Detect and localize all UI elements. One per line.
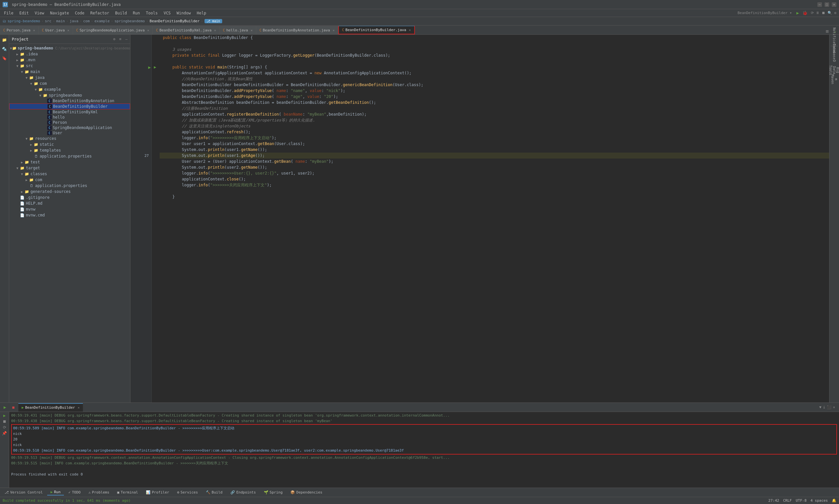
debug-button[interactable]: 🐞 [801,11,809,15]
sidebar-collapse-icon[interactable]: ≡ [119,37,122,41]
run-arrow-1[interactable]: ▶ [130,64,152,70]
run-button[interactable]: ▶ [795,11,800,15]
nav-com[interactable]: com [83,19,90,23]
run-restart-button[interactable]: ▶ [1,404,8,411]
menu-file[interactable]: File [1,10,16,16]
nav-main[interactable]: main [56,19,65,23]
tree-test[interactable]: ▶ 📁 test [9,159,130,165]
tree-beandef-builder[interactable]: C BeanDefinitionByBuilder [9,104,130,109]
tree-target-com[interactable]: ▶ 📁 com [9,177,130,183]
bottom-tab-build[interactable]: 🔨 Build [203,490,226,495]
minimize-button[interactable]: — [817,2,822,7]
tree-beandef-xml[interactable]: C BeanDefinitionByXml [9,109,130,114]
encoding[interactable]: UTF-8 [796,499,807,503]
tree-main[interactable]: ▼ 📁 main [9,69,130,75]
bottom-tab-spring[interactable]: 🌱 Spring [261,490,286,495]
tree-templates[interactable]: ▶ 📁 templates [9,147,130,153]
tree-idea[interactable]: ▶ 📁 .idea [9,51,130,57]
bottom-tab-problems[interactable]: ⚠ Problems [85,490,113,495]
tab-beandefinitionbybuilder[interactable]: C BeanDefinitionByBuilder.java ✕ [338,26,415,34]
run-stop-side-icon[interactable]: ⏹ [3,419,6,424]
project-panel-icon[interactable]: 📁 [1,36,8,44]
bottom-tab-endpoints[interactable]: 🔗 Endpoints [227,490,259,495]
menu-refactor[interactable]: Refactor [88,10,112,16]
bottom-tab-terminal[interactable]: ▣ Terminal [114,490,142,495]
nav-src[interactable]: src [45,19,51,23]
tab-hello[interactable]: C hello.java ✕ [220,26,256,34]
notification-icon[interactable]: 🔔 [832,499,836,503]
tab-beandefbyxml[interactable]: C BeanDefinitionByXml.java ✕ [153,26,220,34]
run-play-icon[interactable]: ▶ [3,413,5,418]
close-button[interactable]: ✕ [832,2,836,7]
tree-src[interactable]: ▼ 📁 src [9,63,130,69]
tree-mvnw[interactable]: 📄 mvnw [9,206,130,212]
nav-example[interactable]: example [94,19,109,23]
toolbar-icons[interactable]: ⟳ ⏸ ⏹ 🔍 ⚙ [809,11,838,15]
tab-close-springbeandemo-app[interactable]: ✕ [147,29,149,32]
tree-hello[interactable]: C hello [9,114,130,120]
run-pin-icon[interactable]: 📌 [2,431,7,435]
run-close-icon[interactable]: ✕ [833,405,835,409]
menu-code[interactable]: Code [72,10,87,16]
menu-edit[interactable]: Edit [17,10,32,16]
database-tab[interactable]: Database [830,48,839,56]
tree-example[interactable]: ▼ 📁 example [9,87,130,92]
tree-generated-sources[interactable]: ▶ 📁 generated-sources [9,188,130,195]
code-body[interactable]: public class BeanDefinitionByBuilder { 3… [158,35,829,402]
run-scroll-icon[interactable]: ⤓ [823,405,825,409]
tab-user[interactable]: C User.java ✕ [39,26,73,34]
tree-user[interactable]: C User [9,130,130,136]
menu-tools[interactable]: Tools [143,10,160,16]
nav-project[interactable]: spring-beandemo [7,19,40,23]
tree-gitignore[interactable]: 📄 .gitignore [9,195,130,200]
structure-icon[interactable]: 🔩 [1,45,8,53]
editor-content[interactable]: ▶ 27 [130,35,829,402]
tab-close-user[interactable]: ✕ [68,29,69,32]
menu-vcs[interactable]: VCS [161,10,173,16]
bottom-tab-profiler[interactable]: 📊 Profiler [143,490,172,495]
menu-window[interactable]: Window [174,10,193,16]
tree-static[interactable]: ▶ 📁 static [9,142,130,147]
line-ending[interactable]: CRLF [783,499,792,503]
big-data-tools-tab[interactable]: Big Data Tools [830,66,839,74]
tree-helpmd[interactable]: 📄 HELP.md [9,200,130,206]
indent[interactable]: 4 spaces [810,499,828,503]
tab-close-person[interactable]: ✕ [33,29,35,32]
maximize-button[interactable]: □ [825,2,829,7]
menu-build[interactable]: Build [112,10,129,16]
run-maximize-icon[interactable]: ⬛ [827,405,832,409]
tree-mvnwcmd[interactable]: 📄 mvnw.cmd [9,212,130,218]
run-tab-close[interactable]: ✕ [78,406,80,409]
tree-beandef-annotation[interactable]: C BeanDefinitionByAnnotation [9,98,130,104]
project-icon[interactable]: 🗂 [3,19,6,23]
run-filter-icon[interactable]: ▼ [819,405,822,409]
tab-person[interactable]: C Person.java ✕ [0,26,39,34]
tab-close-beandefinitionbybuilder[interactable]: ✕ [409,28,411,32]
tree-classes[interactable]: ▼ 📁 classes [9,171,130,177]
tree-mvn[interactable]: ▶ 📁 .mvn [9,57,130,63]
run-rerun-icon[interactable]: ⟳ [3,425,6,430]
tab-springbeandemo-app[interactable]: C SpringBeandemoApplication.java ✕ [73,26,153,34]
nav-java[interactable]: java [70,19,78,23]
bottom-tab-run[interactable]: ▶ Run [47,489,64,496]
tree-app-props[interactable]: 🗒 application.properties [9,153,130,159]
maven-tab[interactable]: m Maven [830,75,839,84]
run-stop-button[interactable]: ◼ [10,404,17,411]
bottom-tab-services[interactable]: ⚙ Services [174,490,201,495]
sidebar-close-icon[interactable]: — [125,37,127,41]
tree-com[interactable]: ▼ 📁 com [9,80,130,87]
nav-springbeandemo[interactable]: springbeandemo [115,19,145,23]
bottom-tab-version-control[interactable]: ⎇ Version Control [1,490,46,495]
run-tab-beandefinitionbybuilder[interactable]: ▶ BeanDefinitionByBuilder ✕ [18,403,83,412]
tab-close-beandefbyxml[interactable]: ✕ [214,29,216,32]
notifications-tab[interactable]: Notifications [830,36,839,44]
tab-beandefinitionbyannotation[interactable]: C BeanDefinitionByAnnotation.java ✕ [256,26,338,34]
menu-help[interactable]: Help [194,10,209,16]
tree-resources[interactable]: ▼ 📁 resources [9,136,130,142]
menu-navigate[interactable]: Navigate [48,10,72,16]
tree-java[interactable]: ▼ 📁 java [9,75,130,80]
tab-close-hello[interactable]: ✕ [251,29,253,32]
run-output[interactable]: 00:59:19.431 [main] DEBUG org.springfram… [9,412,839,488]
tabs-more[interactable]: ≡ [823,28,832,34]
tab-close-beandefinitionbyannotation[interactable]: ✕ [333,29,335,32]
